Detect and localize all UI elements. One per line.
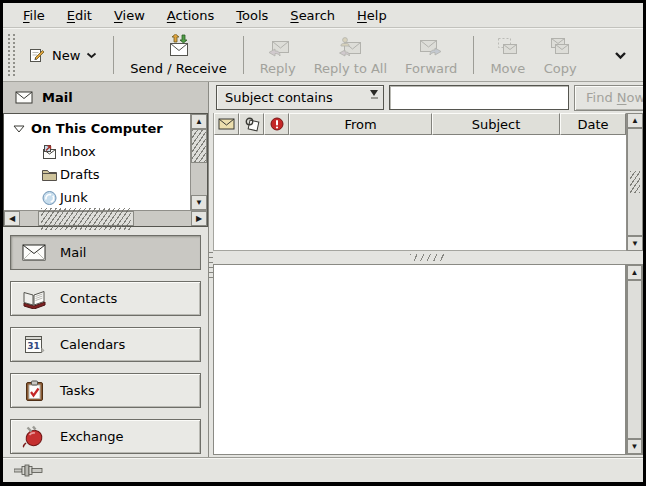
reply-to-all-button[interactable]: Reply to All [305, 31, 396, 79]
folder-tree: On This Computer Inbox Dra [4, 114, 190, 210]
folder-tree-vertical-scrollbar[interactable]: ▲ ▼ [190, 114, 207, 210]
scroll-up-icon[interactable]: ▲ [627, 265, 642, 280]
scroll-left-icon[interactable]: ◀ [4, 211, 20, 226]
scroll-up-icon[interactable]: ▲ [627, 113, 643, 128]
scroll-down-icon[interactable]: ▼ [627, 236, 643, 251]
tree-folder-label: Junk [60, 190, 88, 205]
column-header-date[interactable]: Date [560, 113, 626, 135]
message-list-body[interactable] [214, 135, 626, 251]
switcher-mail-button[interactable]: Mail [10, 235, 201, 270]
menu-edit[interactable]: Edit [56, 5, 103, 26]
reply-button[interactable]: Reply [251, 31, 305, 79]
scrollbar-trough[interactable] [134, 211, 191, 226]
menu-file[interactable]: File [12, 5, 56, 26]
search-filter-value: Subject contains [225, 90, 333, 105]
reply-to-all-icon [337, 36, 363, 58]
mail-icon [21, 244, 47, 261]
column-header-subject[interactable]: Subject [432, 113, 560, 135]
tree-folder-label: Drafts [60, 167, 100, 182]
chevron-down-icon [614, 51, 627, 60]
message-status-column-header[interactable] [214, 113, 239, 135]
scrollbar-thumb[interactable] [627, 128, 643, 236]
message-list-header: From Subject Date [214, 113, 626, 135]
main-area: Mail On This Computer [3, 82, 643, 457]
combo-arrow-icon [370, 90, 378, 99]
preview-pane-scrollbar[interactable]: ▲ ▼ [626, 264, 643, 455]
message-list: From Subject Date ▲ ▼ [213, 113, 643, 251]
scrollbar-thumb[interactable] [627, 280, 642, 439]
reply-to-all-label: Reply to All [314, 61, 387, 76]
scrollbar-trough[interactable] [191, 163, 207, 195]
tree-row-inbox[interactable]: Inbox [4, 140, 190, 163]
column-header-from[interactable]: From [289, 113, 432, 135]
scrollbar-thumb[interactable] [38, 211, 134, 226]
new-button[interactable]: New [19, 31, 106, 79]
menu-actions[interactable]: Actions [156, 5, 226, 26]
importance-column-header[interactable] [264, 113, 289, 135]
move-button[interactable]: Move [481, 31, 534, 79]
menu-help[interactable]: Help [346, 5, 398, 26]
sidebar-header: Mail [3, 82, 208, 113]
move-icon [496, 36, 520, 58]
message-list-scrollbar[interactable]: ▲ ▼ [626, 113, 643, 251]
toolbar-overflow-button[interactable] [610, 47, 631, 64]
component-switcher: Mail Contacts 31 Calendars [3, 227, 208, 465]
switcher-exchange-button[interactable]: Exchange [10, 419, 201, 454]
message-status-icon [218, 118, 235, 130]
switcher-contacts-button[interactable]: Contacts [10, 281, 201, 316]
sidebar-splitter[interactable] [208, 82, 213, 457]
scroll-right-icon[interactable]: ▶ [191, 211, 207, 226]
preview-splitter[interactable] [213, 251, 643, 264]
send-receive-button[interactable]: Send / Receive [121, 31, 235, 79]
scroll-down-icon[interactable]: ▼ [627, 439, 642, 454]
reply-icon [266, 36, 290, 58]
menu-tools[interactable]: Tools [225, 5, 279, 26]
connector-icon [14, 464, 46, 477]
folder-tree-horizontal-scrollbar[interactable]: ◀ ▶ [4, 210, 207, 226]
attachment-icon [244, 117, 260, 132]
splitter-grip[interactable] [410, 254, 446, 261]
copy-button[interactable]: Copy [534, 31, 586, 79]
scroll-up-icon[interactable]: ▲ [191, 114, 207, 129]
expander-open-icon[interactable] [13, 125, 25, 133]
online-status-button[interactable] [12, 462, 48, 479]
scroll-down-icon[interactable]: ▼ [191, 195, 207, 210]
scrollbar-thumb[interactable] [191, 129, 207, 163]
sidebar: Mail On This Computer [3, 82, 208, 457]
splitter-grip[interactable] [209, 252, 213, 282]
tree-row-junk[interactable]: Junk [4, 186, 190, 209]
find-now-button[interactable]: Find Now [574, 85, 646, 111]
attachment-column-header[interactable] [239, 113, 264, 135]
move-label: Move [490, 61, 525, 76]
tree-row-on-this-computer[interactable]: On This Computer [4, 117, 190, 140]
menu-view[interactable]: View [103, 5, 156, 26]
reply-label: Reply [260, 61, 296, 76]
search-input[interactable] [389, 85, 569, 110]
calendars-icon: 31 [21, 334, 47, 355]
evolution-window: File Edit View Actions Tools Search Help… [0, 0, 646, 486]
switcher-label: Calendars [60, 337, 125, 352]
contacts-icon [21, 289, 47, 309]
status-bar [3, 457, 643, 482]
mail-panel: Subject contains Find Now Clear [213, 82, 643, 457]
sidebar-header-label: Mail [42, 90, 73, 105]
svg-text:31: 31 [27, 341, 40, 351]
switcher-tasks-button[interactable]: Tasks [10, 373, 201, 408]
search-filter-dropdown[interactable]: Subject contains [216, 85, 384, 110]
tree-root-label: On This Computer [31, 121, 163, 136]
new-button-label: New [52, 48, 80, 63]
tree-row-drafts[interactable]: Drafts [4, 163, 190, 186]
switcher-calendars-button[interactable]: 31 Calendars [10, 327, 201, 362]
toolbar-separator [113, 36, 114, 74]
inbox-icon [41, 144, 58, 160]
toolbar-drag-handle[interactable] [8, 34, 15, 76]
send-receive-label: Send / Receive [130, 61, 226, 76]
menu-search[interactable]: Search [279, 5, 346, 26]
tree-folder-label: Inbox [60, 144, 96, 159]
forward-label: Forward [405, 61, 457, 76]
search-bar: Subject contains Find Now Clear [213, 82, 643, 113]
preview-pane-body[interactable] [213, 264, 626, 455]
forward-icon [418, 36, 444, 58]
forward-button[interactable]: Forward [396, 31, 466, 79]
preview-pane: ▲ ▼ [213, 264, 643, 455]
